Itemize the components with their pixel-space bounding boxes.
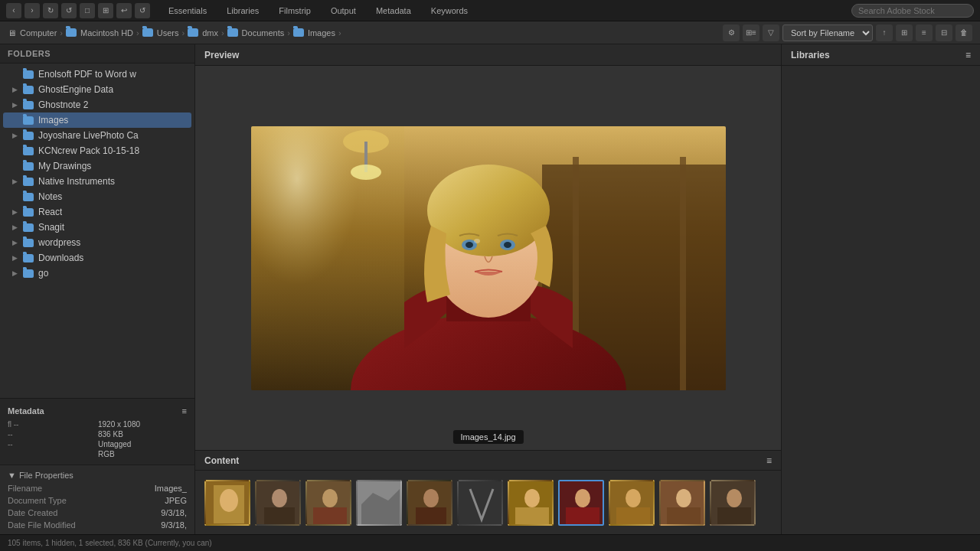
svg-rect-40 [616, 507, 650, 526]
sort-asc-button[interactable]: ↑ [876, 24, 893, 41]
right-panel: Libraries ≡ [781, 44, 980, 534]
sidebar-item-downloads[interactable]: ▶ Downloads [3, 250, 191, 266]
tab-libraries[interactable]: Libraries [217, 5, 268, 17]
thumbnail-2[interactable] [255, 480, 301, 526]
folder-label: My Drawings [38, 161, 91, 171]
thumbnail-9[interactable] [609, 480, 655, 526]
thumbnail-7[interactable] [508, 480, 554, 526]
folder-icon-5 [293, 28, 304, 37]
sidebar-item-kcncrew[interactable]: KCNcrew Pack 10-15-18 [3, 143, 191, 158]
datemodified-label: Date File Modified [8, 520, 76, 530]
chevron-icon: ▶ [12, 101, 21, 109]
folder-label: Notes [38, 191, 62, 202]
sidebar-item-wordpress[interactable]: ▶ wordpress [3, 235, 191, 250]
nav-btn-4[interactable]: ↺ [61, 3, 77, 18]
thumbnail-6[interactable] [457, 480, 503, 526]
sidebar-item-go[interactable]: ▶ go [3, 266, 191, 281]
tab-output[interactable]: Output [322, 5, 365, 17]
folder-icon [66, 28, 77, 37]
breadcrumb-dmx[interactable]: dmx [188, 28, 218, 37]
file-properties-header[interactable]: ▼ File Properties [8, 468, 187, 482]
sidebar-item-native-instruments[interactable]: ▶ Native Instruments [3, 174, 191, 189]
view-mode-button[interactable]: ⊞ [896, 24, 913, 41]
thumbnail-11[interactable] [710, 480, 756, 526]
thumbnail-strip[interactable] [195, 471, 781, 535]
nav-btn-6[interactable]: ⊞ [98, 3, 113, 18]
svg-point-16 [504, 242, 511, 248]
preview-title: Preview [204, 50, 239, 60]
libraries-menu-icon[interactable]: ≡ [965, 50, 971, 60]
svg-point-17 [474, 239, 480, 243]
content-header: Content ≡ [195, 451, 781, 471]
exif-extra1: -- [8, 430, 96, 439]
svg-rect-30 [416, 507, 446, 526]
file-properties: ▼ File Properties Filename Images_ Docum… [0, 465, 194, 534]
breadcrumb-label-6: Images [308, 28, 335, 37]
thumbnail-4[interactable] [356, 480, 402, 526]
breadcrumb-sep-3: › [181, 28, 185, 37]
svg-point-12 [427, 165, 550, 256]
sidebar-item-enolsoft[interactable]: Enolsoft PDF to Word w [3, 67, 191, 82]
sort-options-button[interactable]: ⊞≡ [743, 24, 760, 41]
sidebar-item-ghostengine[interactable]: ▶ GhostEngine Data [3, 82, 191, 97]
breadcrumb-documents[interactable]: Documents [227, 28, 285, 37]
sidebar-item-mydrawings[interactable]: My Drawings [3, 158, 191, 174]
folder-icon-3 [188, 28, 198, 37]
svg-point-42 [676, 489, 691, 507]
sidebar-item-ghostnote[interactable]: ▶ Ghostnote 2 [3, 97, 191, 112]
breadcrumb-images[interactable]: Images [293, 28, 335, 37]
content-menu-icon[interactable]: ≡ [766, 455, 772, 466]
filename-value: Images_ [155, 484, 187, 493]
breadcrumb-users[interactable]: Users [142, 28, 179, 37]
breadcrumb-computer[interactable]: 🖥 Computer [8, 28, 57, 37]
exif-dimensions: 1920 x 1080 [98, 420, 187, 429]
nav-btn-5[interactable]: □ [80, 3, 95, 18]
nav-btn-8[interactable]: ↺ [135, 3, 150, 18]
search-input[interactable] [851, 4, 974, 18]
sort-dropdown[interactable]: Sort by Filename [782, 24, 873, 41]
file-properties-title: File Properties [19, 471, 74, 480]
breadcrumb-macintosh[interactable]: Macintosh HD [66, 28, 133, 37]
folder-label: Joyoshare LivePhoto Ca [38, 130, 139, 141]
columns-view-button[interactable]: ⊟ [936, 24, 952, 41]
svg-rect-34 [515, 507, 549, 526]
thumbnail-5[interactable] [407, 480, 452, 526]
sidebar-item-notes[interactable]: Notes [3, 189, 191, 204]
sidebar-item-joyoshare[interactable]: ▶ Joyoshare LivePhoto Ca [3, 128, 191, 143]
tab-essentials[interactable]: Essentials [159, 5, 216, 17]
exif-colorlabel: Untagged [98, 440, 187, 448]
sidebar-item-snagit[interactable]: ▶ Snagit [3, 220, 191, 235]
nav-btn-7[interactable]: ↩ [116, 3, 132, 18]
svg-point-22 [272, 489, 287, 507]
forward-button[interactable]: › [24, 3, 40, 18]
delete-button[interactable]: 🗑 [956, 24, 972, 41]
breadcrumb-label-3: Users [157, 28, 179, 37]
exif-colorprofile: RGB [98, 450, 187, 458]
tab-filmstrip[interactable]: Filmstrip [270, 5, 320, 17]
metadata-menu-icon[interactable]: ≡ [182, 406, 187, 416]
thumbnail-10[interactable] [659, 480, 705, 526]
list-view-button[interactable]: ≡ [916, 24, 933, 41]
nav-btn-3[interactable]: ↻ [43, 3, 58, 18]
tab-keywords[interactable]: Keywords [422, 5, 477, 17]
view-options-button[interactable]: ⚙ [723, 24, 740, 41]
back-button[interactable]: ‹ [6, 3, 21, 18]
folder-icon-small [23, 239, 34, 247]
folder-label: wordpress [38, 237, 80, 248]
folder-label: Downloads [38, 253, 83, 263]
sidebar-item-images[interactable]: Images [3, 112, 191, 128]
top-nav: ‹ › ↻ ↺ □ ⊞ ↩ ↺ Essentials Libraries Fil… [0, 0, 980, 21]
thumbnail-3[interactable] [305, 480, 351, 526]
folder-icon-small [23, 70, 34, 79]
main-layout: Folders Enolsoft PDF to Word w ▶ GhostEn… [0, 44, 980, 534]
datemodified-value: 9/3/18, [161, 520, 187, 530]
folder-icon-small [23, 86, 34, 94]
filter-button[interactable]: ▽ [763, 24, 779, 41]
thumbnail-8[interactable] [558, 480, 604, 526]
thumbnail-1[interactable] [204, 480, 250, 526]
file-prop-datemodified: Date File Modified 9/3/18, [8, 519, 187, 531]
tab-metadata[interactable]: Metadata [367, 5, 420, 17]
sidebar-item-react[interactable]: ▶ React [3, 204, 191, 220]
folder-icon-small [23, 178, 34, 186]
chevron-icon: ▶ [12, 239, 21, 246]
